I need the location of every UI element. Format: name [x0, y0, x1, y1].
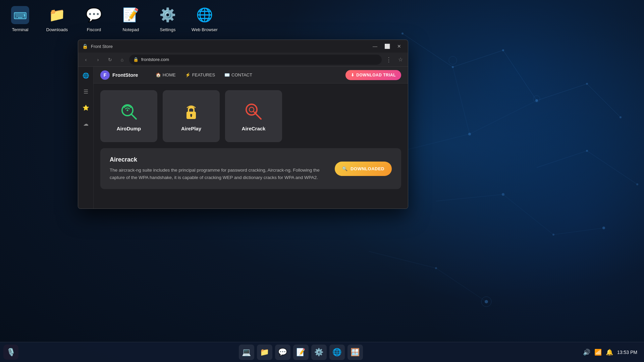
nav-home[interactable]: 🏠 HOME	[152, 70, 180, 79]
home-icon: 🏠	[156, 72, 161, 77]
svg-text:📁: 📁	[49, 7, 65, 23]
taskbar-notepad-app[interactable]: 📝	[293, 345, 309, 360]
download-trial-icon: ⬇	[351, 73, 355, 77]
svg-text:⌨: ⌨	[13, 11, 27, 21]
svg-line-9	[587, 151, 637, 184]
maximize-button[interactable]: ⬜	[382, 42, 392, 51]
taskbar-discord-icon: 💬	[278, 348, 287, 357]
settings-label: Settings	[160, 27, 176, 32]
address-bar[interactable]: 🔒 frontstore.com	[129, 55, 382, 65]
airodump-name: AiroDump	[117, 126, 141, 131]
taskbar-settings-app[interactable]: ⚙️	[311, 345, 327, 360]
svg-point-31	[533, 96, 540, 102]
svg-line-3	[537, 84, 587, 101]
fiscord-icon: 💬	[84, 5, 104, 25]
browser-body: 🌐 ☰ ⭐ ☁ F FrontStore 🏠 HOME ⚡	[78, 67, 408, 208]
svg-point-32	[481, 297, 491, 307]
downloads-icon: 📁	[47, 5, 67, 25]
taskbar-left: 🎙️	[3, 345, 18, 360]
app-description-body: The aircrack-ng suite includes the princ…	[110, 167, 325, 181]
notification-bell-icon[interactable]: 🔔	[606, 349, 613, 356]
taskbar-files-icon: 📁	[260, 348, 269, 357]
svg-line-10	[436, 194, 503, 201]
download-trial-label: DOWNLOAD TRIAL	[356, 73, 396, 77]
taskbar-multitask-icon: 🪟	[351, 348, 360, 357]
bookmark-button[interactable]: ☆	[396, 55, 405, 64]
volume-icon[interactable]: 🔊	[583, 349, 590, 356]
download-trial-button[interactable]: ⬇ DOWNLOAD TRIAL	[345, 70, 401, 80]
podcast-icon: 🎙️	[6, 348, 15, 357]
svg-line-7	[402, 134, 470, 151]
svg-line-8	[537, 151, 587, 168]
sidebar-star-icon[interactable]: ⭐	[80, 102, 91, 113]
svg-point-21	[468, 133, 471, 135]
fiscord-label: Fiscord	[87, 27, 101, 32]
aireplay-name: AirePlay	[181, 126, 201, 131]
minimize-button[interactable]: —	[370, 42, 380, 51]
browser-titlebar: 🔒 Front Store — ⬜ ✕	[78, 40, 408, 53]
nav-contact-label: CONTACT	[231, 72, 252, 77]
desktop-icons-bar: ⌨ Terminal 📁 Downloads 💬 Fiscord 📝	[0, 0, 644, 37]
svg-line-4	[587, 84, 621, 117]
app-card-aireplay[interactable]: AirePlay	[163, 90, 220, 142]
svg-point-23	[586, 150, 588, 152]
reload-button[interactable]: ↻	[105, 55, 115, 65]
desktop-icon-notepad[interactable]: 📝 Notepad	[117, 5, 144, 32]
taskbar-podcast-button[interactable]: 🎙️	[3, 345, 18, 360]
frontstore-logo: F FrontStore	[100, 70, 138, 80]
desktop-icon-web-browser[interactable]: 🌐 Web Browser	[191, 5, 218, 32]
taskbar-terminal-icon: 💻	[242, 348, 251, 357]
svg-line-5	[453, 67, 470, 134]
settings-icon: ⚙️	[158, 5, 178, 25]
svg-text:🌐: 🌐	[196, 7, 213, 23]
svg-line-0	[402, 34, 453, 67]
home-button[interactable]: ⌂	[117, 55, 127, 65]
web-browser-icon: 🌐	[195, 5, 215, 25]
menu-button[interactable]: ⋮	[384, 55, 394, 65]
taskbar-browser-app[interactable]: 🌐	[329, 345, 345, 360]
forward-button[interactable]: ›	[93, 55, 103, 65]
taskbar-discord-app[interactable]: 💬	[275, 345, 290, 360]
downloaded-button[interactable]: 🔍 DOWNLOADED	[335, 162, 392, 176]
nav-features[interactable]: ⚡ FEATURES	[181, 70, 219, 79]
aireplay-icon	[180, 101, 202, 122]
terminal-label: Terminal	[12, 27, 28, 32]
browser-toolbar: ‹ › ↻ ⌂ 🔒 frontstore.com ⋮ ☆	[78, 53, 408, 67]
app-card-airodump[interactable]: AiroDump	[100, 90, 157, 142]
app-description-box: Airecrack The aircrack-ng suite includes…	[100, 148, 401, 189]
svg-point-17	[502, 49, 504, 51]
svg-point-19	[586, 83, 588, 85]
app-cards-section: AiroDump	[94, 83, 408, 145]
back-button[interactable]: ‹	[81, 55, 91, 65]
svg-point-16	[452, 66, 454, 68]
desktop-icon-fiscord[interactable]: 💬 Fiscord	[80, 5, 107, 32]
app-card-airecrack[interactable]: AireCrack	[225, 90, 282, 142]
sidebar-menu-icon[interactable]: ☰	[80, 86, 91, 97]
svg-point-26	[552, 234, 554, 236]
nav-contact[interactable]: ✉️ CONTACT	[220, 70, 256, 79]
taskbar: 🎙️ 💻 📁 💬 📝 ⚙️ 🌐 🪟 🔊 📶 🔔 13:53 PM	[0, 342, 644, 362]
notepad-label: Notepad	[122, 27, 139, 32]
notepad-icon: 📝	[121, 5, 141, 25]
airodump-icon	[118, 101, 140, 122]
nav-features-label: FEATURES	[192, 72, 215, 77]
svg-line-1	[453, 50, 503, 67]
taskbar-terminal-app[interactable]: 💻	[239, 345, 254, 360]
desktop-icon-downloads[interactable]: 📁 Downloads	[44, 5, 70, 32]
desktop-icon-terminal[interactable]: ⌨ Terminal	[7, 5, 34, 32]
svg-point-47	[127, 110, 128, 111]
browser-title: Front Store	[91, 44, 367, 49]
address-text: frontstore.com	[141, 57, 169, 62]
taskbar-multitask-app[interactable]: 🪟	[347, 345, 363, 360]
signal-icon: 📶	[594, 349, 602, 356]
close-button[interactable]: ✕	[394, 42, 404, 51]
desktop-icon-settings[interactable]: ⚙️ Settings	[154, 5, 181, 32]
taskbar-center: 💻 📁 💬 📝 ⚙️ 🌐 🪟	[18, 345, 583, 360]
features-icon: ⚡	[185, 72, 191, 77]
svg-point-25	[502, 193, 504, 196]
svg-point-28	[435, 267, 437, 269]
taskbar-files-app[interactable]: 📁	[257, 345, 272, 360]
sidebar-globe-icon[interactable]: 🌐	[80, 70, 91, 81]
svg-point-24	[636, 183, 638, 185]
sidebar-cloud-icon[interactable]: ☁	[80, 118, 91, 129]
